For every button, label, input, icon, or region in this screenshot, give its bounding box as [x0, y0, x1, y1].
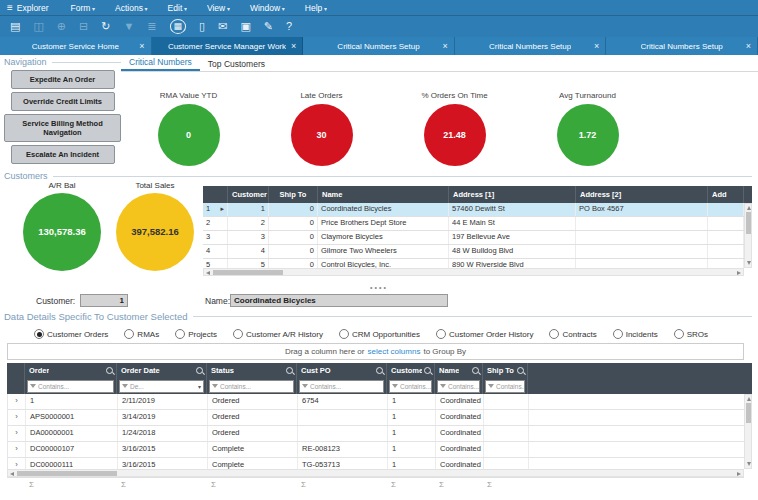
scrollbar-thumb[interactable] [213, 270, 283, 275]
col-customer[interactable]: Customer [387, 363, 435, 378]
menu-view[interactable]: View [197, 3, 240, 13]
contracts-radio[interactable]: Contracts [549, 329, 596, 339]
order-row[interactable]: ›DC000001073/16/2015CompleteRE-0081231Co… [8, 442, 744, 458]
filter-icon[interactable]: ▼ [123, 21, 134, 32]
scrollbar-thumb[interactable] [746, 212, 751, 234]
tab-top-customers[interactable]: Top Customers [200, 57, 273, 71]
col-address-1[interactable]: Address [1] [449, 186, 576, 203]
search-icon[interactable] [424, 367, 431, 374]
tab-close-icon[interactable]: × [443, 41, 448, 51]
col-address-2[interactable]: Address [2] [576, 186, 708, 203]
col-ship-to[interactable]: Ship To [483, 363, 528, 378]
vertical-scrollbar[interactable] [744, 203, 752, 268]
col-cust-po[interactable]: Cust PO [297, 363, 387, 378]
col-ship-to[interactable]: Ship To [269, 186, 318, 203]
col-customer[interactable]: Customer [228, 186, 269, 203]
tab-critical-numbers[interactable]: Critical Numbers [121, 55, 200, 71]
order-row[interactable]: ›DA000000011/24/2018Ordered1Coordinated … [8, 426, 744, 442]
customer-row[interactable]: 1▸10Coordinated Bicycles57460 Dewitt StP… [203, 203, 744, 217]
horizontal-scrollbar[interactable] [203, 268, 744, 276]
order-row[interactable]: ›12/11/2019Ordered67541Coordinated Bicyc… [8, 394, 744, 410]
menu-window[interactable]: Window [240, 3, 295, 13]
col-name[interactable]: Name [435, 363, 483, 378]
customer-order-history-radio[interactable]: Customer Order History [436, 329, 533, 339]
customer-a-r-history-radio[interactable]: Customer A/R History [233, 329, 323, 339]
vertical-scrollbar[interactable] [744, 394, 752, 469]
scroll-right-icon[interactable] [737, 271, 741, 275]
mail-icon[interactable]: ✉ [218, 21, 227, 32]
attachment-icon[interactable]: ⊕ [57, 21, 66, 32]
help-icon[interactable]: ? [286, 21, 292, 32]
critical-numbers-icon[interactable]: ▦ [170, 19, 187, 34]
expand-row-icon[interactable]: › [8, 442, 26, 457]
tab-customer-service-home[interactable]: Customer Service Home× [0, 37, 152, 55]
tab-critical-numbers-setup[interactable]: Critical Numbers Setup× [455, 37, 607, 55]
order-row[interactable]: ›APS00000013/14/2019Ordered1Coordinated … [8, 410, 744, 426]
col-status[interactable]: Status [207, 363, 297, 378]
col-add[interactable]: Add [708, 186, 744, 203]
row-number-column[interactable] [203, 186, 228, 203]
list-icon[interactable]: ≣ [147, 21, 156, 32]
filter-input[interactable]: Contains... [437, 380, 480, 393]
scrollbar-thumb[interactable] [746, 403, 751, 423]
tab-critical-numbers-setup[interactable]: Critical Numbers Setup× [303, 37, 455, 55]
menu-form[interactable]: Form [61, 3, 106, 13]
col-order[interactable]: Order [25, 363, 117, 378]
incidents-radio[interactable]: Incidents [613, 329, 658, 339]
escalate-an-incident-button[interactable]: Escalate An Incident [11, 145, 115, 164]
filter-input[interactable]: Contains... [209, 380, 294, 393]
filter-input[interactable]: Contains... [485, 380, 525, 393]
menu-actions[interactable]: Actions [105, 3, 158, 13]
col-order-date[interactable]: Order Date [117, 363, 207, 378]
expedite-an-order-button[interactable]: Expedite An Order [11, 70, 115, 89]
filter-input[interactable]: Contains... [299, 380, 384, 393]
tab-customer-service-manager-workbench[interactable]: Customer Service Manager Workbench× [152, 37, 304, 55]
tab-critical-numbers-setup[interactable]: Critical Numbers Setup× [606, 37, 758, 55]
package-icon[interactable]: ▣ [240, 21, 250, 32]
chevron-down-icon[interactable]: ▾ [198, 383, 201, 390]
document-icon[interactable]: ▯ [199, 21, 205, 32]
tab-close-icon[interactable]: × [594, 41, 599, 51]
menu-help[interactable]: Help [295, 3, 337, 13]
horizontal-scrollbar[interactable] [7, 469, 744, 477]
delete-icon[interactable]: ⊟ [79, 21, 88, 32]
explorer-button[interactable]: ≡ Explorer [5, 3, 61, 13]
override-credit-limits-button[interactable]: Override Credit Limits [11, 92, 115, 111]
splitter-handle[interactable]: •••• [0, 284, 758, 291]
expand-row-icon[interactable]: › [8, 410, 26, 425]
scrollbar-thumb[interactable] [17, 471, 117, 476]
col-name[interactable]: Name [318, 186, 449, 203]
scroll-up-icon[interactable] [747, 397, 751, 401]
refresh-icon[interactable]: ↻ [101, 21, 110, 32]
menu-edit[interactable]: Edit [158, 3, 197, 13]
search-icon[interactable] [196, 367, 203, 374]
projects-radio[interactable]: Projects [175, 329, 217, 339]
expand-row-icon[interactable]: › [8, 426, 26, 441]
customer-field[interactable] [80, 294, 128, 307]
scroll-up-icon[interactable] [747, 206, 751, 210]
search-icon[interactable] [517, 367, 524, 374]
search-icon[interactable] [106, 367, 113, 374]
tab-close-icon[interactable]: × [139, 41, 144, 51]
open-folder-icon[interactable]: ▤ [10, 21, 20, 32]
sros-radio[interactable]: SROs [674, 329, 708, 339]
customer-row[interactable]: 440Gilmore Two Wheelers48 W Bulldog Blvd [203, 245, 744, 259]
filter-input[interactable]: Contains... [27, 380, 114, 393]
scroll-right-icon[interactable] [737, 472, 741, 476]
customer-row[interactable]: 220Price Brothers Dept Store44 E Main St [203, 217, 744, 231]
customer-row[interactable]: 330Claymore Bicycles197 Bellevue Ave [203, 231, 744, 245]
tab-close-icon[interactable]: × [291, 41, 296, 51]
expand-row-icon[interactable]: › [8, 394, 26, 409]
search-icon[interactable] [376, 367, 383, 374]
scroll-down-icon[interactable] [747, 261, 751, 265]
scroll-left-icon[interactable] [10, 472, 14, 476]
tab-close-icon[interactable]: × [746, 41, 751, 51]
rmas-radio[interactable]: RMAs [124, 329, 159, 339]
customer-orders-radio[interactable]: Customer Orders [34, 329, 108, 339]
select-columns-link[interactable]: select columns [367, 347, 420, 356]
crm-opportunities-radio[interactable]: CRM Opportunities [339, 329, 420, 339]
filter-input[interactable]: Contains... [389, 380, 432, 393]
search-icon[interactable] [286, 367, 293, 374]
edit-icon[interactable]: ✎ [264, 21, 273, 32]
scroll-down-icon[interactable] [747, 462, 751, 466]
